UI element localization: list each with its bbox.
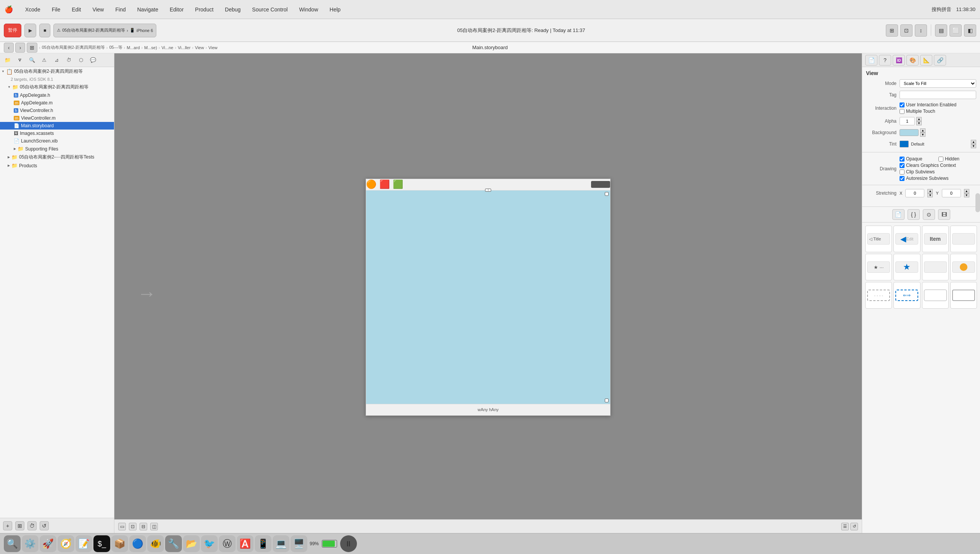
widget-empty-1[interactable] — [950, 226, 977, 252]
panel-code-icon[interactable]: { } — [908, 209, 920, 220]
clears-graphics-checkbox[interactable] — [900, 163, 904, 168]
widget-star-dots[interactable]: ★ ··· — [865, 254, 892, 280]
sidebar-item-images-xcassets[interactable]: 🖼 Images.xcassets — [0, 130, 114, 137]
resize-handle-top[interactable]: ↕ — [485, 189, 491, 192]
menu-window[interactable]: Window — [297, 6, 320, 13]
user-interaction-checkbox[interactable] — [900, 102, 904, 107]
sx-up[interactable]: ▲ — [927, 189, 933, 193]
resize-handle-br[interactable] — [605, 399, 609, 402]
scene-exit-icon[interactable]: 🟩 — [393, 179, 403, 189]
mode-select[interactable]: Scale To Fill — [900, 79, 976, 88]
sidebar-item-products[interactable]: ▶ 📁 Products — [0, 162, 114, 170]
widget-square-border[interactable] — [950, 282, 977, 309]
clip-subviews-checkbox[interactable] — [900, 170, 904, 175]
preview-button[interactable]: ▭ — [118, 523, 126, 530]
scene-view-controller-icon[interactable]: 🟠 — [366, 179, 376, 189]
sidebar-item-project[interactable]: ▼ 📋 05自动布局案例2-距离四周距相等 — [0, 67, 114, 76]
sidebar-item-supporting-files[interactable]: ▶ 📁 Supporting Files — [0, 145, 114, 153]
widget-back-item[interactable]: ◀ Edit — [893, 226, 920, 252]
utility-toggle[interactable]: ◧ — [964, 24, 976, 37]
opaque-checkbox[interactable] — [900, 157, 904, 162]
tint-swatch[interactable] — [900, 141, 909, 147]
panel-identity-btn[interactable]: 🆔 — [893, 55, 905, 66]
top-handle[interactable]: ↕ — [485, 189, 491, 192]
widget-nav-item[interactable]: Item — [922, 226, 949, 252]
menu-navigate[interactable]: Navigate — [135, 6, 161, 13]
widget-yellow-circle[interactable] — [950, 254, 977, 280]
menu-xcode[interactable]: Xcode — [23, 6, 43, 13]
stop-square-button[interactable]: ■ — [39, 24, 50, 37]
widget-title-item[interactable]: ◁ Title — [865, 226, 892, 252]
size-class-h[interactable]: hAny — [489, 407, 498, 412]
stretch-x-stepper[interactable]: ▲ ▼ — [927, 189, 933, 197]
resize-handle-tr[interactable] — [605, 192, 609, 196]
breadcrumb-item-3[interactable]: M...se) — [144, 45, 157, 50]
menu-product[interactable]: Product — [193, 6, 216, 13]
add-file-button[interactable]: + — [3, 521, 12, 530]
panel-quick-help-btn[interactable]: ? — [879, 55, 891, 66]
panel-object-icon[interactable]: ⊙ — [923, 209, 935, 220]
sidebar-search-icon[interactable]: 🔍 — [27, 56, 37, 65]
sidebar-item-appdelegate-h[interactable]: h AppDelegate.h — [0, 91, 114, 99]
sidebar-item-tests[interactable]: ▶ 📁 05自动布局案例2-····四周距相等Tests — [0, 153, 114, 162]
stretch-y-input[interactable] — [942, 189, 961, 197]
scrollbar-handle[interactable] — [975, 193, 980, 212]
assist-button[interactable]: ⊡ — [129, 523, 137, 530]
jump-to-definition[interactable]: ⊞ — [27, 43, 37, 53]
dock-app1[interactable]: 📦 — [111, 535, 128, 552]
dock-app9[interactable]: 💻 — [273, 535, 289, 552]
dock-app7[interactable]: 🅰️ — [237, 535, 254, 552]
menu-file[interactable]: File — [50, 6, 63, 13]
dock-app10[interactable]: 🖥️ — [291, 535, 307, 552]
sy-up[interactable]: ▲ — [964, 189, 969, 193]
widget-empty-2[interactable] — [922, 254, 949, 280]
menu-debug[interactable]: Debug — [223, 6, 243, 13]
tint-stepper[interactable]: ▲ ▼ — [971, 140, 976, 148]
dock-system-prefs[interactable]: ⚙️ — [22, 535, 39, 552]
breadcrumb-item-6[interactable]: View — [195, 45, 204, 50]
stretch-y-stepper[interactable]: ▲ ▼ — [964, 189, 969, 197]
panel-new-file-icon[interactable]: 📄 — [892, 209, 904, 220]
nav-backward-button[interactable]: ‹ — [4, 43, 14, 53]
tag-input[interactable] — [900, 91, 976, 99]
bg-stepper-down[interactable]: ▼ — [920, 133, 925, 137]
dock-terminal[interactable]: $_ — [93, 535, 110, 552]
view-switcher-version[interactable]: ↕ — [915, 24, 927, 37]
dock-app3[interactable]: 🐠 — [147, 535, 164, 552]
sidebar-warning-icon[interactable]: ⚠ — [40, 56, 49, 65]
breadcrumb-item-0[interactable]: 05自动布局案例2-距离四周距相等 — [42, 45, 105, 50]
sx-down[interactable]: ▼ — [927, 193, 933, 197]
breadcrumb-item-5[interactable]: Vi...ller — [178, 45, 190, 50]
sidebar-log-icon[interactable]: 💬 — [88, 56, 98, 65]
dock-launchpad[interactable]: 🚀 — [40, 535, 56, 552]
dock-app5[interactable]: 🐦 — [201, 535, 218, 552]
sidebar-item-main-folder[interactable]: ▼ 📁 05自动布局案例2-距离四周距相等 — [0, 83, 114, 91]
panel-attributes-btn[interactable]: 🎨 — [906, 55, 919, 66]
debug-toggle[interactable]: ⬜ — [949, 24, 962, 37]
tint-stepper-down[interactable]: ▼ — [971, 144, 976, 148]
dock-app6[interactable]: Ⓦ — [219, 535, 236, 552]
autoresize-checkbox[interactable] — [900, 176, 904, 181]
play-button[interactable]: ▶ — [24, 24, 36, 37]
storyboard-scene[interactable]: 🟠 🟥 🟩 ↕ — [366, 179, 610, 416]
stop-button[interactable]: 暂停 — [4, 24, 21, 37]
bg-stepper-up[interactable]: ▲ — [920, 128, 925, 133]
list-toggle-btn[interactable]: ☰ — [841, 523, 849, 530]
alpha-stepper[interactable]: ▲ ▼ — [916, 117, 922, 125]
dock-pause-btn[interactable]: ⏸ — [340, 535, 357, 552]
widget-square-empty[interactable] — [922, 282, 949, 309]
background-color-swatch[interactable] — [900, 129, 919, 136]
breadcrumb-item-4[interactable]: Vi...ne — [161, 45, 173, 50]
menu-edit[interactable]: Edit — [69, 6, 83, 13]
sidebar-bookmark-icon[interactable]: ⊿ — [52, 56, 61, 65]
panel-connections-btn[interactable]: 🔗 — [934, 55, 946, 66]
menu-help[interactable]: Help — [327, 6, 343, 13]
menu-source-control[interactable]: Source Control — [250, 6, 290, 13]
dock-finder[interactable]: 🔍 — [4, 535, 21, 552]
sidebar-item-viewcontroller-h[interactable]: h ViewController.h — [0, 107, 114, 114]
multiple-touch-checkbox[interactable] — [900, 109, 904, 114]
sidebar-folder-icon[interactable]: 📁 — [3, 56, 12, 65]
refresh-btn[interactable]: ↺ — [850, 523, 858, 530]
menu-view[interactable]: View — [90, 6, 106, 13]
nav-forward-button[interactable]: › — [15, 43, 25, 53]
